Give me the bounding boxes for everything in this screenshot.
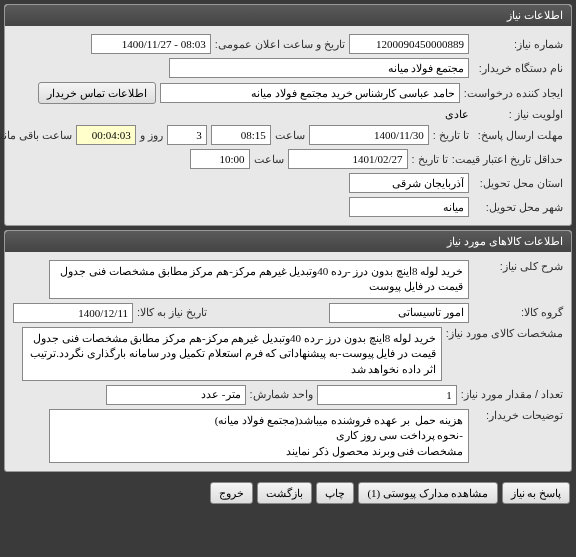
remain-label: ساعت باقی مانده [0,129,72,142]
unit-input[interactable] [106,385,246,405]
unit-label: واحد شمارش: [250,388,313,401]
price-validity-to-label: تا تاریخ : [412,153,448,166]
back-button[interactable]: بازگشت [257,482,312,504]
priority-label: اولویت نیاز : [473,108,563,121]
days-remaining-input[interactable] [167,125,207,145]
notes-input[interactable] [49,409,469,463]
need-number-input[interactable] [349,34,469,54]
price-validity-time-input[interactable] [190,149,250,169]
announce-input[interactable] [91,34,211,54]
summary-input[interactable] [49,260,469,299]
price-validity-date-input[interactable] [288,149,408,169]
deadline-label: مهلت ارسال پاسخ: [473,129,563,142]
contact-buyer-button[interactable]: اطلاعات تماس خریدار [38,82,156,104]
spec-label: مشخصات کالای مورد نیاز: [446,327,563,340]
group-label: گروه کالا: [473,306,563,319]
province-label: استان محل تحویل: [473,177,563,190]
spec-input[interactable] [22,327,442,381]
attachments-button[interactable]: مشاهده مدارک پیوستی (1) [358,482,497,504]
price-validity-time-label: ساعت [254,153,284,166]
days-and-label: روز و [140,129,163,142]
requester-input[interactable] [160,83,460,103]
city-label: شهر محل تحویل: [473,201,563,214]
reply-button[interactable]: پاسخ به نیاز [502,482,571,504]
requester-label: ایجاد کننده درخواست: [464,87,563,100]
buyer-org-input[interactable] [169,58,469,78]
goods-info-header: اطلاعات کالاهای مورد نیاز [5,231,571,252]
notes-label: توضیحات خریدار: [473,409,563,422]
need-info-body: شماره نیاز: تاریخ و ساعت اعلان عمومی: نا… [5,26,571,225]
qty-input[interactable] [317,385,457,405]
deadline-time-input[interactable] [211,125,271,145]
city-input[interactable] [349,197,469,217]
deadline-time-label: ساعت [275,129,305,142]
deadline-to-label: تا تاریخ : [433,129,469,142]
need-number-label: شماره نیاز: [473,38,563,51]
priority-value: عادی [445,108,469,121]
need-until-label: تاریخ نیاز به کالا: [137,306,207,319]
timer-input [76,125,136,145]
goods-info-body: شرح کلی نیاز: گروه کالا: تاریخ نیاز به ک… [5,252,571,471]
qty-label: تعداد / مقدار مورد نیاز: [461,388,563,401]
price-validity-label: حداقل تاریخ اعتبار قیمت: [452,153,563,166]
buyer-org-label: نام دستگاه خریدار: [473,62,563,75]
announce-label: تاریخ و ساعت اعلان عمومی: [215,38,345,51]
summary-label: شرح کلی نیاز: [473,260,563,273]
goods-info-panel: اطلاعات کالاهای مورد نیاز شرح کلی نیاز: … [4,230,572,472]
bottom-toolbar: پاسخ به نیاز مشاهده مدارک پیوستی (1) چاپ… [0,476,576,510]
province-input[interactable] [349,173,469,193]
group-input[interactable] [329,303,469,323]
print-button[interactable]: چاپ [316,482,354,504]
need-until-input[interactable] [13,303,133,323]
need-info-header: اطلاعات نیاز [5,5,571,26]
deadline-date-input[interactable] [309,125,429,145]
need-info-panel: اطلاعات نیاز شماره نیاز: تاریخ و ساعت اع… [4,4,572,226]
exit-button[interactable]: خروج [210,482,253,504]
